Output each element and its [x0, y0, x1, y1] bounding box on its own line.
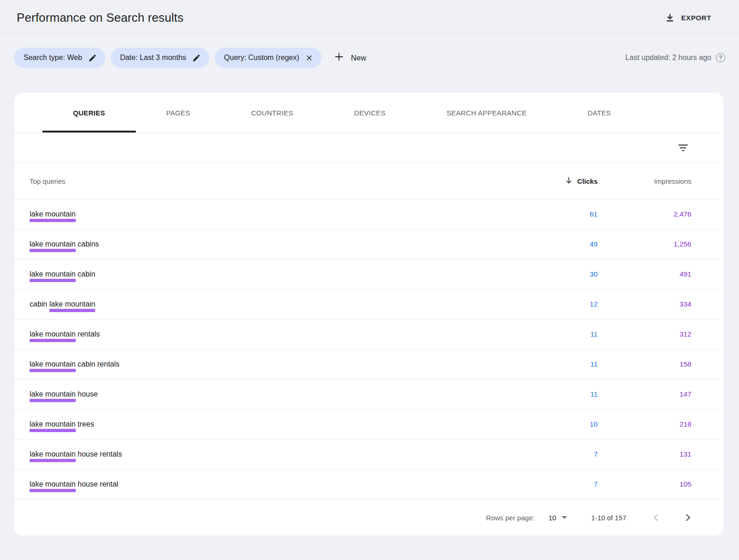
tab-devices[interactable]: DEVICES [324, 93, 416, 132]
close-icon[interactable] [305, 54, 313, 62]
query-text: house rental [76, 480, 119, 488]
chevron-right-icon[interactable] [683, 512, 693, 523]
tab-search-appearance[interactable]: SEARCH APPEARANCE [416, 93, 557, 132]
chevron-left-icon[interactable] [651, 512, 661, 523]
table-row[interactable]: lake mountain 61 2,476 [14, 199, 723, 229]
clicks-cell: 11 [590, 330, 598, 338]
export-button[interactable]: EXPORT [665, 12, 711, 23]
question-circle-icon[interactable]: ? [716, 53, 725, 62]
column-header-top-queries[interactable]: Top queries [30, 177, 564, 185]
column-header-clicks[interactable]: Clicks [564, 176, 598, 186]
table-row[interactable]: lake mountain cabins 49 1,256 [14, 229, 723, 259]
query-match-highlight: lake mountain [30, 270, 76, 278]
query-cell[interactable]: lake mountain cabin [30, 270, 590, 278]
clicks-cell: 61 [590, 210, 598, 218]
clicks-cell: 7 [594, 450, 598, 458]
clicks-cell: 49 [590, 240, 598, 248]
query-match-highlight: lake mountain [30, 420, 76, 428]
impressions-cell: 218 [598, 420, 691, 428]
impressions-cell: 158 [598, 360, 691, 368]
query-text: cabin [30, 300, 49, 308]
query-cell[interactable]: lake mountain rentals [30, 330, 590, 338]
table-row[interactable]: lake mountain house rentals 7 131 [14, 439, 723, 469]
rows-per-page-value[interactable]: 10 [548, 514, 556, 522]
table-row[interactable]: lake mountain house rental 7 105 [14, 469, 723, 499]
column-header-clicks-label: Clicks [577, 177, 598, 185]
query-cell[interactable]: lake mountain [30, 210, 590, 218]
download-icon [665, 12, 675, 23]
query-cell[interactable]: lake mountain house [30, 390, 590, 398]
query-match-highlight: lake mountain [30, 390, 76, 398]
column-header-impressions[interactable]: Impressions [598, 177, 691, 185]
query-cell[interactable]: lake mountain cabin rentals [30, 360, 590, 368]
triangle-down-icon[interactable] [562, 516, 567, 519]
tab-bar: QUERIES PAGES COUNTRIES DEVICES SEARCH A… [14, 93, 723, 133]
filter-bars-icon[interactable] [674, 141, 692, 155]
query-match-highlight: lake mountain [49, 300, 96, 308]
clicks-cell: 12 [590, 300, 598, 308]
clicks-cell: 7 [594, 480, 598, 488]
clicks-cell: 30 [590, 270, 598, 278]
query-match-highlight: lake mountain [30, 360, 76, 368]
rows-per-page-label: Rows per page: [486, 514, 534, 522]
table-row[interactable]: cabin lake mountain 12 334 [14, 289, 723, 319]
tab-countries[interactable]: COUNTRIES [221, 93, 324, 132]
new-filter-button[interactable]: New [334, 52, 366, 64]
table-toolbar [14, 133, 723, 163]
table-row[interactable]: lake mountain house 11 147 [14, 379, 723, 409]
tab-dates[interactable]: DATES [557, 93, 641, 132]
query-match-highlight: lake mountain [30, 480, 76, 488]
performance-table-card: QUERIES PAGES COUNTRIES DEVICES SEARCH A… [14, 93, 723, 536]
chip-search-type[interactable]: Search type: Web [14, 48, 105, 68]
query-text: cabins [76, 240, 99, 248]
table-footer: Rows per page: 10 1-10 of 157 [14, 499, 723, 536]
new-filter-label: New [351, 54, 366, 62]
table-row[interactable]: lake mountain trees 10 218 [14, 409, 723, 439]
query-cell[interactable]: lake mountain house rentals [30, 450, 594, 458]
last-updated: Last updated: 2 hours ago ? [625, 53, 725, 62]
filter-bar: Search type: Web Date: Last 3 months Que… [14, 48, 725, 68]
impressions-cell: 105 [598, 480, 691, 488]
impressions-cell: 1,256 [598, 240, 691, 248]
query-text: cabin [76, 270, 96, 278]
filter-chips: Search type: Web Date: Last 3 months Que… [14, 48, 321, 68]
query-text: trees [76, 420, 94, 428]
query-match-highlight: lake mountain [30, 330, 76, 338]
tab-queries[interactable]: QUERIES [42, 93, 136, 132]
query-text: house rentals [76, 450, 122, 458]
clicks-cell: 11 [590, 390, 598, 398]
last-updated-text: Last updated: 2 hours ago [625, 54, 711, 62]
impressions-cell: 312 [598, 330, 691, 338]
table-row[interactable]: lake mountain cabin 30 491 [14, 259, 723, 289]
query-match-highlight: lake mountain [30, 210, 76, 218]
query-cell[interactable]: lake mountain cabins [30, 240, 590, 248]
chip-date[interactable]: Date: Last 3 months [111, 48, 209, 68]
query-cell[interactable]: lake mountain house rental [30, 480, 594, 488]
query-text: cabin rentals [76, 360, 120, 368]
table-body: lake mountain 61 2,476 lake mountain cab… [14, 199, 723, 499]
query-cell[interactable]: lake mountain trees [30, 420, 590, 428]
query-cell[interactable]: cabin lake mountain [30, 300, 590, 308]
pencil-icon[interactable] [88, 54, 97, 62]
query-text: house [76, 390, 98, 398]
chip-query-regex-label: Query: Custom (regex) [224, 54, 299, 62]
clicks-cell: 10 [590, 420, 598, 428]
pagination-range: 1-10 of 157 [591, 514, 626, 522]
chip-date-label: Date: Last 3 months [120, 54, 186, 62]
table-row[interactable]: lake mountain rentals 11 312 [14, 319, 723, 349]
chip-query-regex[interactable]: Query: Custom (regex) [215, 48, 321, 68]
pencil-icon[interactable] [192, 54, 201, 62]
tab-pages[interactable]: PAGES [136, 93, 221, 132]
impressions-cell: 131 [598, 450, 691, 458]
impressions-cell: 2,476 [598, 210, 691, 218]
table-row[interactable]: lake mountain cabin rentals 11 158 [14, 349, 723, 379]
arrow-down-icon [564, 176, 573, 186]
clicks-cell: 11 [590, 360, 598, 368]
impressions-cell: 491 [598, 270, 691, 278]
plus-icon [334, 52, 344, 64]
impressions-cell: 334 [598, 300, 691, 308]
table-header-row: Top queries Clicks Impressions [14, 163, 723, 199]
export-label: EXPORT [681, 14, 711, 22]
chip-search-type-label: Search type: Web [24, 54, 82, 62]
page-header: Performance on Search results EXPORT [0, 0, 739, 33]
